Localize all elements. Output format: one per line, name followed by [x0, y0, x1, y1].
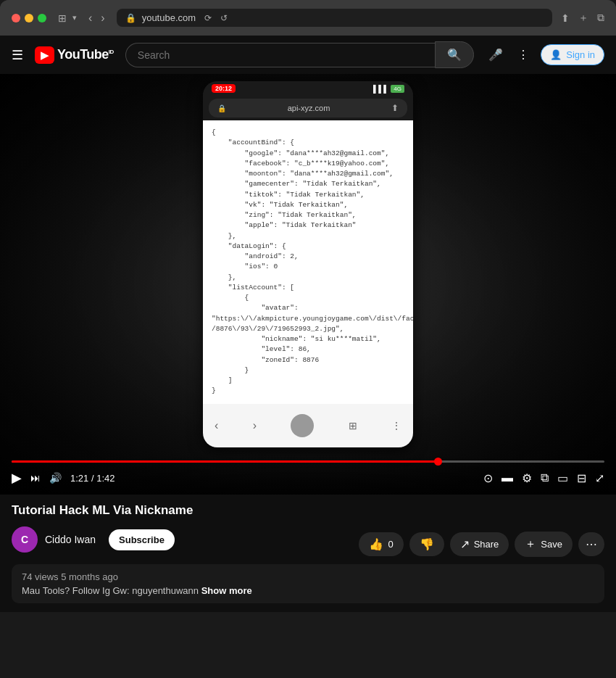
progress-handle[interactable] [434, 458, 442, 466]
save-icon: ＋ [525, 537, 536, 552]
settings-button[interactable]: ⚙ [522, 471, 532, 485]
current-time: 1:21 [70, 473, 88, 484]
youtube-logo[interactable]: ▶ YouTubeID [35, 46, 114, 64]
video-player: 20:12 ▌▌▌ 4G 🔒 api-xyz.com ⬆ { "accountB… [0, 74, 616, 495]
phone-home-button[interactable] [291, 414, 314, 437]
phone-back-icon[interactable]: ‹ [215, 419, 218, 432]
title-bar-controls: ⊞ ▾ [58, 12, 77, 24]
description-text: Mau Tools? Follow Ig Gw: nguyenthuwann [22, 585, 199, 596]
thumbs-down-icon: 👎 [420, 537, 434, 551]
share-button[interactable]: ↗ Share [450, 532, 509, 556]
sign-in-label: Sign in [566, 49, 595, 60]
phone-mockup: 20:12 ▌▌▌ 4G 🔒 api-xyz.com ⬆ { "accountB… [203, 81, 413, 447]
phone-forward-icon[interactable]: › [253, 419, 257, 432]
youtube-logo-sup: ID [109, 49, 114, 55]
search-container: 🔍 [125, 41, 474, 68]
phone-address-text: api-xyz.com [288, 104, 330, 112]
play-button[interactable]: ▶ [12, 470, 22, 486]
browser-chrome: ⊞ ▾ ‹ › 🔒 youtube.com ⟳ ↺ ⬆ ＋ ⧉ ☰ ▶ YouT… [0, 0, 616, 74]
search-input[interactable] [125, 43, 435, 67]
youtube-logo-icon: ▶ [35, 46, 54, 64]
thumbs-up-icon: 👍 [369, 537, 383, 551]
lock-icon: 🔒 [125, 13, 136, 23]
progress-bar[interactable] [12, 460, 604, 463]
microphone-icon[interactable]: 🎤 [486, 45, 506, 65]
back-button[interactable]: ‹ [86, 10, 95, 26]
json-text: { "accountBind": { "google": "dana****ah… [212, 128, 413, 394]
meta-stats: 74 views 5 months ago [22, 571, 594, 582]
tabs-overview-icon[interactable]: ⧉ [597, 12, 604, 24]
view-count: 74 views [22, 571, 59, 582]
share-icon: ↗ [460, 537, 470, 551]
youtube-header: ☰ ▶ YouTubeID 🔍 🎤 ⋮ 👤 Sign in [0, 36, 616, 74]
like-button[interactable]: 👍 0 [359, 532, 403, 556]
tab-icon[interactable]: ⊞ [58, 12, 67, 24]
phone-share-icon[interactable]: ⬆ [391, 103, 399, 113]
person-icon: 👤 [550, 49, 562, 60]
phone-status-bar: 20:12 ▌▌▌ 4G [203, 81, 413, 96]
subscribe-button[interactable]: Subscribe [109, 529, 175, 550]
phone-notification-badge: 20:12 [212, 84, 236, 93]
toggle-button[interactable]: ⊙ [483, 471, 493, 485]
share-label: Share [474, 539, 499, 550]
phone-lock-icon: 🔒 [217, 104, 226, 112]
tab-chevron-icon[interactable]: ▾ [72, 13, 77, 22]
address-text: youtube.com [142, 12, 196, 23]
video-content[interactable]: 20:12 ▌▌▌ 4G 🔒 api-xyz.com ⬆ { "accountB… [0, 74, 616, 495]
translate-icon[interactable]: ⟳ [204, 13, 212, 23]
new-tab-icon[interactable]: ＋ [578, 12, 588, 25]
header-actions: 🎤 ⋮ 👤 Sign in [486, 44, 604, 65]
sign-in-button[interactable]: 👤 Sign in [541, 44, 604, 65]
miniplayer-button[interactable]: ⧉ [541, 471, 549, 484]
search-button[interactable]: 🔍 [435, 41, 474, 68]
time-ago: 5 months ago [61, 571, 118, 582]
volume-button[interactable]: 🔊 [49, 472, 62, 484]
video-info: Tutorial Hack ML Via Nickname C Ciddo Iw… [0, 495, 616, 612]
channel-actions-row: C Ciddo Iwan Subscribe 👍 0 👎 ↗ Share ＋ S… [12, 526, 604, 561]
subtitles-button[interactable]: ▬ [501, 471, 513, 484]
hamburger-menu-button[interactable]: ☰ [12, 47, 23, 63]
phone-menu-icon[interactable]: ⋮ [391, 420, 401, 431]
dislike-button[interactable]: 👎 [409, 532, 444, 556]
channel-row: C Ciddo Iwan Subscribe [12, 526, 175, 553]
refresh-icon[interactable]: ↺ [220, 13, 228, 23]
maximize-button[interactable] [38, 14, 46, 22]
address-bar[interactable]: 🔒 youtube.com ⟳ ↺ [117, 9, 552, 27]
channel-name[interactable]: Ciddo Iwan [45, 534, 96, 545]
forward-button[interactable]: › [98, 10, 107, 26]
total-time: 1:42 [96, 473, 115, 484]
fullscreen-button[interactable]: ⤢ [595, 471, 604, 485]
controls-row: ▶ ⏭ 🔊 1:21 / 1:42 ⊙ ▬ ⚙ ⧉ ▭ ⊟ ⤢ [12, 470, 604, 486]
phone-battery-icon: 4G [391, 85, 404, 93]
cast-button[interactable]: ⊟ [577, 471, 586, 485]
nav-buttons: ‹ › [86, 10, 108, 26]
minimize-button[interactable] [25, 14, 33, 22]
phone-signal-icons: ▌▌▌ 4G [373, 85, 404, 93]
time-display: 1:21 / 1:42 [70, 473, 115, 484]
phone-tabs-icon[interactable]: ⊞ [349, 420, 357, 431]
more-button[interactable]: ⋯ [578, 532, 604, 556]
video-controls: ▶ ⏭ 🔊 1:21 / 1:42 ⊙ ▬ ⚙ ⧉ ▭ ⊟ ⤢ [0, 455, 616, 495]
video-title: Tutorial Hack ML Via Nickname [12, 503, 604, 518]
theater-mode-button[interactable]: ▭ [557, 471, 568, 485]
save-label: Save [541, 539, 562, 550]
show-more-button[interactable]: Show more [201, 585, 252, 596]
close-button[interactable] [12, 14, 20, 22]
phone-address-bar[interactable]: 🔒 api-xyz.com ⬆ [209, 99, 407, 117]
signal-bars-icon: ▌▌▌ [373, 85, 388, 93]
traffic-lights [12, 14, 46, 22]
video-meta[interactable]: 74 views 5 months ago Mau Tools? Follow … [12, 564, 604, 603]
browser-actions: ⬆ ＋ ⧉ [561, 12, 604, 25]
save-button[interactable]: ＋ Save [515, 532, 573, 557]
channel-avatar[interactable]: C [12, 526, 38, 553]
skip-next-button[interactable]: ⏭ [30, 472, 41, 484]
youtube-logo-text: YouTubeID [57, 47, 114, 62]
video-description: Mau Tools? Follow Ig Gw: nguyenthuwann S… [22, 585, 594, 596]
title-bar: ⊞ ▾ ‹ › 🔒 youtube.com ⟳ ↺ ⬆ ＋ ⧉ [0, 0, 616, 36]
like-count: 0 [388, 539, 393, 550]
phone-bottom-bar: ‹ › ⊞ ⋮ [203, 404, 413, 447]
phone-json-content: { "accountBind": { "google": "dana****ah… [203, 120, 413, 404]
share-browser-icon[interactable]: ⬆ [561, 12, 570, 24]
controls-right: ⊙ ▬ ⚙ ⧉ ▭ ⊟ ⤢ [483, 471, 604, 485]
more-options-icon[interactable]: ⋮ [515, 45, 532, 65]
